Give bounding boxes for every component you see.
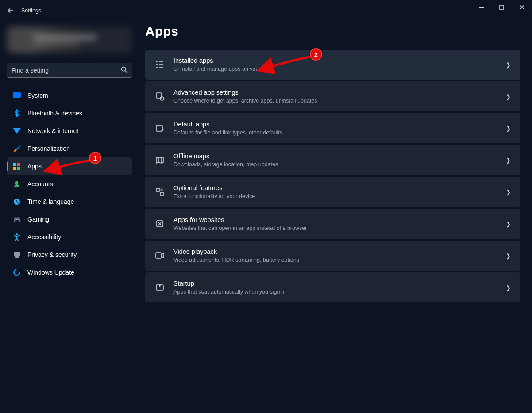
card-advanced-app-settings[interactable]: Advanced app settings Choose where to ge… bbox=[145, 81, 520, 111]
sidebar-item-accessibility[interactable]: Accessibility bbox=[7, 228, 132, 246]
card-startup[interactable]: Startup Apps that start automatically wh… bbox=[145, 272, 520, 302]
annotation-arrow-1 bbox=[52, 157, 95, 174]
annotation-arrow-2 bbox=[266, 54, 314, 73]
sidebar-item-label: Gaming bbox=[27, 216, 49, 223]
sidebar-item-privacy[interactable]: Privacy & security bbox=[7, 246, 132, 264]
svg-rect-3 bbox=[17, 163, 20, 166]
svg-point-10 bbox=[160, 97, 164, 100]
search-box[interactable] bbox=[7, 63, 132, 78]
card-optional-features[interactable]: Optional features Extra functionality fo… bbox=[145, 177, 520, 207]
video-icon bbox=[155, 252, 165, 259]
close-icon bbox=[520, 5, 524, 10]
card-offline-maps[interactable]: Offline maps Downloads, storage location… bbox=[145, 145, 520, 175]
title-bar: Settings bbox=[0, 0, 532, 21]
card-title: Default apps bbox=[173, 120, 497, 128]
sidebar-item-windows-update[interactable]: Windows Update bbox=[7, 264, 132, 281]
sidebar-item-label: System bbox=[27, 92, 48, 99]
brush-icon: 🖌️ bbox=[12, 144, 21, 153]
account-card[interactable] bbox=[7, 27, 132, 53]
sidebar-item-label: Time & language bbox=[27, 198, 74, 205]
card-apps-for-websites[interactable]: Apps for websites Websites that can open… bbox=[145, 209, 520, 239]
card-subtitle: Websites that can open in an app instead… bbox=[173, 225, 497, 232]
accessibility-icon bbox=[12, 233, 21, 241]
card-subtitle: Defaults for file and link types, other … bbox=[173, 129, 497, 136]
advanced-settings-icon bbox=[155, 92, 165, 101]
sidebar-item-bluetooth[interactable]: Bluetooth & devices bbox=[7, 104, 132, 122]
back-button[interactable] bbox=[0, 0, 21, 21]
chevron-right-icon: ❯ bbox=[506, 252, 511, 259]
card-subtitle: Extra functionality for your device bbox=[173, 193, 497, 200]
svg-rect-2 bbox=[13, 163, 16, 166]
card-title: Installed apps bbox=[173, 57, 497, 65]
chevron-right-icon: ❯ bbox=[506, 61, 511, 68]
card-subtitle: Downloads, storage location, map updates bbox=[173, 161, 497, 168]
search-input[interactable] bbox=[12, 67, 118, 74]
window-title: Settings bbox=[21, 8, 41, 14]
chevron-right-icon: ❯ bbox=[506, 189, 511, 195]
shield-icon bbox=[12, 250, 21, 259]
gamepad-icon: 🎮 bbox=[12, 215, 21, 224]
sidebar-item-system[interactable]: System bbox=[7, 87, 132, 104]
page-title: Apps bbox=[145, 24, 520, 39]
card-title: Startup bbox=[173, 279, 497, 287]
card-subtitle: Video adjustments, HDR streaming, batter… bbox=[173, 256, 497, 264]
minimize-button[interactable] bbox=[471, 0, 491, 14]
svg-rect-12 bbox=[156, 188, 159, 191]
default-apps-icon bbox=[155, 124, 165, 133]
chevron-right-icon: ❯ bbox=[506, 221, 511, 227]
maximize-icon bbox=[499, 5, 504, 10]
card-title: Video playback bbox=[173, 248, 497, 256]
apps-websites-icon bbox=[155, 220, 165, 228]
sidebar-item-label: Bluetooth & devices bbox=[27, 110, 82, 117]
annotation-badge-2: 2 bbox=[310, 48, 322, 61]
chevron-right-icon: ❯ bbox=[506, 157, 511, 164]
sidebar-item-time-language[interactable]: Time & language bbox=[7, 193, 132, 210]
sidebar-item-label: Privacy & security bbox=[27, 251, 77, 258]
card-title: Optional features bbox=[173, 184, 497, 192]
search-icon bbox=[118, 66, 127, 74]
startup-icon bbox=[155, 283, 165, 291]
sidebar-item-label: Windows Update bbox=[27, 269, 74, 276]
bluetooth-icon bbox=[12, 109, 21, 118]
chevron-right-icon: ❯ bbox=[506, 125, 511, 132]
minimize-icon bbox=[479, 5, 484, 10]
sidebar-item-gaming[interactable]: 🎮 Gaming bbox=[7, 210, 132, 228]
clock-icon bbox=[12, 197, 21, 206]
card-title: Apps for websites bbox=[173, 216, 497, 224]
svg-rect-5 bbox=[17, 167, 20, 170]
annotation-badge-1: 1 bbox=[89, 152, 101, 164]
sidebar-item-label: Apps bbox=[27, 163, 42, 170]
sidebar-item-label: Personalization bbox=[27, 145, 70, 152]
card-default-apps[interactable]: Default apps Defaults for file and link … bbox=[145, 113, 520, 143]
svg-rect-13 bbox=[160, 192, 163, 195]
sidebar-item-label: Accessibility bbox=[27, 233, 61, 241]
sidebar-item-network[interactable]: Network & internet bbox=[7, 122, 132, 140]
wifi-icon bbox=[12, 126, 21, 135]
sidebar-item-label: Accounts bbox=[27, 180, 53, 187]
card-title: Offline maps bbox=[173, 152, 497, 160]
svg-rect-0 bbox=[500, 5, 504, 9]
content-area: Apps Installed apps Uninstall and manage… bbox=[145, 24, 520, 304]
svg-rect-4 bbox=[13, 167, 16, 170]
close-button[interactable] bbox=[512, 0, 532, 14]
optional-features-icon bbox=[155, 188, 165, 196]
svg-point-8 bbox=[16, 233, 18, 235]
card-installed-apps[interactable]: Installed apps Uninstall and manage apps… bbox=[145, 50, 520, 80]
map-icon bbox=[155, 156, 165, 164]
card-subtitle: Apps that start automatically when you s… bbox=[173, 288, 497, 295]
maximize-button[interactable] bbox=[491, 0, 512, 14]
back-arrow-icon bbox=[7, 7, 14, 14]
chevron-right-icon: ❯ bbox=[506, 284, 511, 291]
window-controls bbox=[471, 0, 532, 14]
user-info bbox=[35, 35, 132, 45]
card-subtitle: Uninstall and manage apps on your PC bbox=[173, 65, 497, 73]
card-video-playback[interactable]: Video playback Video adjustments, HDR st… bbox=[145, 241, 520, 271]
sidebar-item-personalization[interactable]: 🖌️ Personalization bbox=[7, 140, 132, 157]
accounts-icon bbox=[12, 180, 21, 188]
svg-point-1 bbox=[122, 67, 126, 71]
chevron-right-icon: ❯ bbox=[506, 93, 511, 100]
sidebar-item-accounts[interactable]: Accounts bbox=[7, 175, 132, 193]
installed-apps-icon bbox=[155, 61, 165, 69]
sidebar-nav: System Bluetooth & devices Network & int… bbox=[7, 87, 132, 281]
card-subtitle: Choose where to get apps, archive apps, … bbox=[173, 97, 497, 104]
